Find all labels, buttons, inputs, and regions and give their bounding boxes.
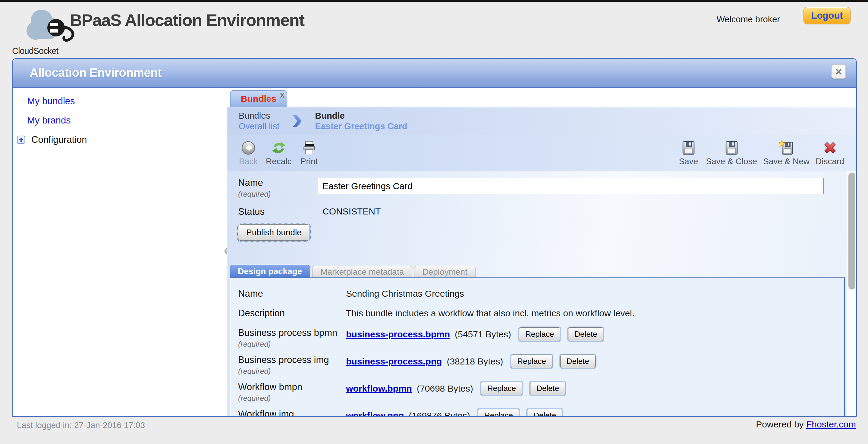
last-login-text: Last logged in: 27-Jan-2016 17:03 (17, 420, 145, 430)
status-field-label: Status (238, 207, 265, 217)
wf-replace-button[interactable]: Replace (481, 382, 522, 395)
powered-by-text: Powered by (756, 419, 804, 429)
main-content: Bundles x Bundles Overall list Bundle Ea… (227, 88, 856, 416)
row-workflow-img: Workflow img workflow.png (169876 Bytes)… (238, 409, 844, 416)
tab-close-icon[interactable]: x (280, 91, 284, 99)
breadcrumb-bundles[interactable]: Bundles Overall list (239, 110, 279, 132)
row-wfimg-label-text: Workflow img (238, 409, 294, 416)
row-wf-label-text: Workflow bmpn (238, 382, 302, 392)
window-title: Allocation Environment (30, 66, 161, 80)
save-new-button[interactable]: Save & New (760, 140, 812, 166)
row-workflow-bpmn: Workflow bmpn (required) workflow.bpmn (… (238, 382, 844, 404)
row-description: Description This bundle includes a workf… (238, 308, 844, 320)
wf-file-size: (70698 Bytes) (417, 383, 473, 394)
save-close-button[interactable]: Save & Close (703, 140, 760, 166)
bpmn-replace-button[interactable]: Replace (519, 327, 560, 341)
row-bpmn-label: Business process bpmn (required) (238, 327, 346, 349)
breadcrumb: Bundles Overall list Bundle Easter Greet… (227, 107, 856, 135)
row-bpmn-label-text: Business process bpmn (238, 327, 337, 338)
recalc-label: Recalc (266, 157, 292, 166)
window-body: My bundles My brands Configuration Bundl… (13, 88, 856, 416)
row-bpimg-required: (required) (238, 367, 346, 376)
name-field-label: Name (required) (238, 178, 271, 198)
row-bpimg-label-text: Business process img (238, 354, 329, 365)
row-bpmn-fileline: business-process.bpmn (54571 Bytes) Repl… (346, 327, 603, 341)
window-chrome-strip (0, 0, 868, 2)
sidebar-item-my-bundles[interactable]: My bundles (27, 96, 75, 107)
window-titlebar: Allocation Environment × (13, 59, 856, 88)
tab-deployment[interactable]: Deployment (414, 266, 475, 278)
sidebar: My bundles My brands Configuration (13, 88, 227, 416)
print-icon (301, 140, 317, 156)
row-name: Name Sending Christmas Greetings (238, 288, 844, 300)
design-package-panel: Name Sending Christmas Greetings Descrip… (230, 278, 845, 416)
scrollbar-track[interactable] (847, 171, 856, 416)
row-wf-required: (required) (238, 394, 346, 403)
save-icon (681, 140, 696, 156)
save-close-label: Save & Close (706, 157, 757, 166)
sidebar-item-my-brands[interactable]: My brands (27, 115, 71, 126)
wfimg-replace-button[interactable]: Replace (478, 409, 519, 416)
breadcrumb-chevron-icon (292, 114, 302, 128)
scrollbar-thumb[interactable] (848, 172, 855, 289)
app-title: BPaaS Allocation Environment (70, 10, 304, 30)
discard-button[interactable]: Discard (812, 140, 847, 166)
sidebar-item-label: Configuration (31, 134, 87, 145)
tab-design-package[interactable]: Design package (230, 265, 310, 278)
row-wfimg-fileline: workflow.png (169876 Bytes) Replace Dele… (346, 409, 562, 416)
name-required-text: (required) (238, 190, 271, 198)
recalc-icon (271, 140, 287, 156)
breadcrumb-bundles-sub[interactable]: Overall list (239, 121, 279, 132)
print-label: Print (301, 157, 318, 166)
wfimg-file-size: (169876 Bytes) (409, 411, 470, 416)
discard-label: Discard (815, 157, 844, 166)
bpmn-file-link[interactable]: business-process.bpmn (346, 329, 450, 340)
breadcrumb-bundles-title: Bundles (239, 110, 279, 121)
tab-bundles-label: Bundles (241, 94, 276, 104)
row-wf-label: Workflow bmpn (required) (238, 382, 346, 403)
bpimg-replace-button[interactable]: Replace (511, 354, 552, 368)
row-name-value: Sending Christmas Greetings (346, 288, 464, 299)
sidebar-item-configuration[interactable]: Configuration (17, 134, 227, 145)
save-label: Save (679, 157, 698, 166)
row-bpimg-label: Business process img (required) (238, 354, 346, 376)
row-bpimg-fileline: business-process.png (38218 Bytes) Repla… (346, 354, 595, 368)
logo-text: CloudSocket (11, 46, 81, 56)
bundle-name-input[interactable] (318, 178, 824, 194)
row-description-label: Description (238, 308, 346, 319)
breadcrumb-bundle-sub: Easter Greetings Card (315, 121, 407, 132)
row-wfimg-label: Workflow img (238, 409, 346, 416)
bpmn-file-size: (54571 Bytes) (455, 329, 511, 340)
wf-delete-button[interactable]: Delete (530, 382, 565, 395)
row-bpmn-required: (required) (238, 340, 346, 349)
recalc-button[interactable]: Recalc (263, 140, 295, 166)
screen: CloudSocket BPaaS Allocation Environment… (0, 0, 868, 444)
fhoster-link[interactable]: Fhoster.com (806, 419, 856, 429)
row-business-process-img: Business process img (required) business… (238, 354, 844, 377)
tab-bundles[interactable]: Bundles x (230, 90, 287, 107)
discard-icon (822, 140, 838, 156)
tab-marketplace-metadata[interactable]: Marketplace metadata (312, 266, 412, 278)
save-new-label: Save & New (763, 157, 809, 166)
wfimg-delete-button[interactable]: Delete (527, 409, 562, 416)
expand-plus-icon[interactable] (17, 135, 25, 144)
publish-bundle-button[interactable]: Publish bundle (238, 224, 310, 241)
powered-by: Powered by Fhoster.com (756, 419, 856, 430)
back-button[interactable]: Back (234, 140, 263, 166)
wfimg-file-link[interactable]: workflow.png (346, 411, 404, 416)
save-new-icon (778, 140, 794, 156)
bpimg-file-link[interactable]: business-process.png (346, 356, 442, 367)
row-business-process-bpmn: Business process bpmn (required) busines… (238, 327, 844, 350)
save-close-icon (724, 140, 739, 156)
package-tabs: Design package Marketplace metadata Depl… (230, 265, 475, 278)
logout-button[interactable]: Logout (804, 7, 850, 24)
bpimg-delete-button[interactable]: Delete (560, 354, 595, 368)
close-icon[interactable]: × (831, 64, 846, 79)
breadcrumb-bundle-title: Bundle (315, 110, 407, 121)
save-button[interactable]: Save (674, 140, 703, 166)
bundle-form: Name (required) Status CONSISTENT Publis… (227, 171, 856, 416)
wf-file-link[interactable]: workflow.bpmn (346, 383, 412, 394)
print-button[interactable]: Print (295, 140, 324, 166)
row-wf-fileline: workflow.bpmn (70698 Bytes) Replace Dele… (346, 382, 565, 395)
bpmn-delete-button[interactable]: Delete (568, 327, 603, 341)
